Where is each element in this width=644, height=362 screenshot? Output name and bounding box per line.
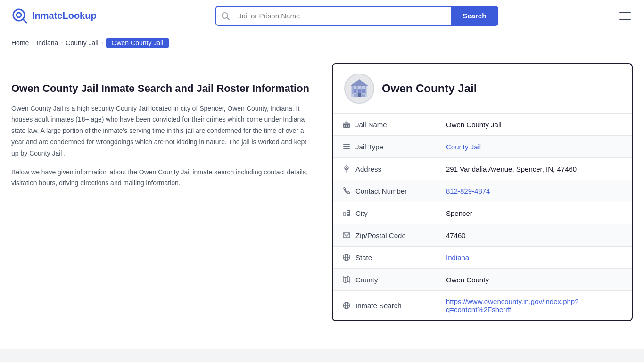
table-row: Zip/Postal Code47460 (333, 224, 632, 247)
svg-rect-29 (344, 214, 345, 215)
label-cell: Contact Number (333, 180, 437, 202)
logo[interactable]: InmateLookup (11, 8, 97, 25)
value-cell[interactable]: 812-829-4874 (437, 180, 632, 202)
info-table: Jail NameOwen County JailJail TypeCounty… (333, 114, 632, 320)
row-label: Address (355, 165, 381, 173)
row-label: Jail Type (355, 143, 383, 151)
row-icon (342, 301, 351, 310)
label-cell: Address (333, 158, 437, 180)
logo-text: InmateLookup (32, 10, 97, 21)
svg-rect-32 (347, 213, 348, 214)
svg-rect-30 (347, 211, 348, 212)
value-cell: Spencer (437, 202, 632, 224)
svg-rect-22 (343, 146, 350, 147)
row-label: Jail Name (355, 121, 387, 129)
svg-rect-31 (348, 211, 349, 212)
logo-suffix: Lookup (62, 10, 96, 21)
row-label: Contact Number (355, 187, 407, 195)
svg-rect-21 (343, 144, 350, 145)
jail-avatar (344, 74, 374, 104)
search-input[interactable] (234, 7, 451, 25)
svg-rect-15 (365, 86, 366, 94)
row-label: Inmate Search (355, 302, 402, 310)
breadcrumb-current: Owen County Jail (106, 38, 169, 48)
row-icon (342, 209, 351, 217)
left-panel: Owen County Jail Inmate Search and Jail … (11, 63, 313, 321)
row-icon (342, 231, 351, 239)
breadcrumb-sep-2: › (61, 40, 63, 46)
page-description2: Below we have given information about th… (11, 167, 313, 189)
search-wrapper: Search (215, 6, 498, 26)
table-row: Jail NameOwen County Jail (333, 114, 632, 136)
row-link[interactable]: County Jail (446, 143, 481, 151)
table-row: Inmate Searchhttps://www.owencounty.in.g… (333, 291, 632, 321)
row-link[interactable]: https://www.owencounty.in.gov/index.php?… (446, 297, 579, 313)
row-label: County (355, 276, 378, 284)
row-label: Zip/Postal Code (355, 231, 406, 239)
svg-marker-17 (343, 121, 350, 124)
svg-rect-28 (344, 213, 345, 214)
site-header: InmateLookup Search (0, 0, 644, 32)
svg-marker-10 (350, 79, 369, 86)
svg-rect-26 (343, 212, 346, 216)
svg-rect-13 (356, 86, 358, 94)
breadcrumb-county-jail[interactable]: County Jail (66, 39, 98, 47)
row-icon (342, 275, 351, 284)
value-cell[interactable]: https://www.owencounty.in.gov/index.php?… (437, 291, 632, 321)
search-icon (216, 12, 234, 20)
row-icon (342, 120, 351, 129)
svg-rect-33 (348, 213, 349, 214)
info-card: Owen County Jail Jail NameOwen County Ja… (332, 63, 633, 321)
svg-rect-14 (361, 86, 362, 94)
label-cell: Jail Type (333, 136, 437, 158)
svg-line-4 (227, 18, 229, 20)
svg-rect-7 (358, 89, 361, 93)
page-description: Owen County Jail is a high security Coun… (11, 103, 313, 159)
label-cell: Zip/Postal Code (333, 224, 437, 247)
row-icon (342, 165, 351, 173)
row-label: City (355, 209, 368, 217)
svg-marker-38 (343, 276, 350, 283)
search-area: Search (215, 6, 498, 26)
breadcrumb-sep-1: › (32, 40, 33, 46)
row-icon (342, 253, 351, 262)
breadcrumb-indiana[interactable]: Indiana (36, 39, 58, 47)
label-cell: State (333, 247, 437, 269)
svg-line-2 (23, 19, 26, 23)
label-cell: County (333, 269, 437, 291)
card-header: Owen County Jail (333, 64, 632, 114)
search-button[interactable]: Search (451, 7, 497, 25)
svg-rect-6 (354, 89, 356, 93)
table-row: Address291 Vandalia Avenue, Spencer, IN,… (333, 158, 632, 180)
svg-rect-18 (344, 125, 345, 127)
value-cell[interactable]: Indiana (437, 247, 632, 269)
label-cell: Inmate Search (333, 291, 437, 321)
value-cell[interactable]: County Jail (437, 136, 632, 158)
logo-icon (11, 8, 28, 25)
card-title: Owen County Jail (382, 82, 477, 95)
svg-rect-23 (343, 148, 350, 149)
svg-rect-20 (348, 125, 349, 127)
svg-rect-12 (352, 86, 354, 94)
row-icon (342, 187, 351, 195)
row-link[interactable]: 812-829-4874 (446, 187, 490, 195)
breadcrumb: Home › Indiana › County Jail › Owen Coun… (0, 32, 644, 54)
table-row: CitySpencer (333, 202, 632, 224)
table-row: CountyOwen County (333, 269, 632, 291)
main-content: Owen County Jail Inmate Search and Jail … (0, 54, 644, 330)
label-cell: Jail Name (333, 114, 437, 136)
table-row: Jail TypeCounty Jail (333, 136, 632, 158)
breadcrumb-sep-3: › (101, 40, 103, 46)
breadcrumb-home[interactable]: Home (11, 39, 29, 47)
table-row: Contact Number812-829-4874 (333, 180, 632, 202)
menu-button[interactable] (618, 10, 633, 22)
svg-point-3 (222, 13, 228, 18)
svg-point-25 (346, 167, 347, 169)
right-panel: Owen County Jail Jail NameOwen County Ja… (332, 63, 633, 321)
row-link[interactable]: Indiana (446, 254, 469, 262)
svg-rect-19 (346, 125, 347, 127)
value-cell: 47460 (437, 224, 632, 247)
logo-prefix: Inmate (32, 10, 62, 21)
svg-rect-11 (358, 93, 361, 97)
svg-point-1 (17, 13, 21, 17)
